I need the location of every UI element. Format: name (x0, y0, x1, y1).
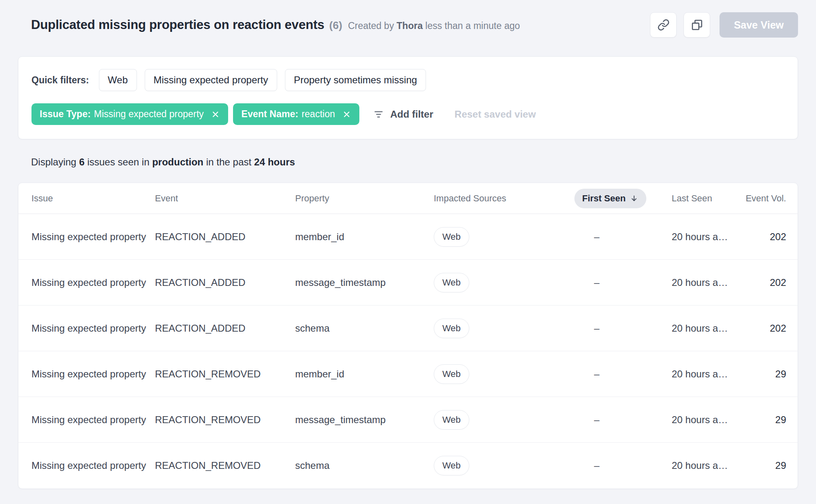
cell-event: REACTION_REMOVED (155, 460, 295, 471)
cell-event: REACTION_ADDED (155, 277, 295, 288)
cell-property: schema (295, 460, 434, 471)
cell-first-seen: – (569, 323, 654, 334)
column-header-impacted-sources[interactable]: Impacted Sources (434, 193, 569, 204)
cell-issue: Missing expected property (31, 414, 155, 426)
quick-filters-label: Quick filters: (31, 75, 89, 86)
table-row[interactable]: Missing expected property REACTION_REMOV… (18, 351, 798, 397)
table-row[interactable]: Missing expected property REACTION_ADDED… (18, 214, 798, 260)
table-row[interactable]: Missing expected property REACTION_REMOV… (18, 397, 798, 443)
cell-last-seen: 20 hours a… (654, 323, 734, 334)
cell-sources: Web (434, 319, 569, 338)
source-badge: Web (434, 273, 469, 292)
cell-issue: Missing expected property (31, 323, 155, 334)
page-title: Duplicated missing properties on reactio… (31, 18, 324, 32)
link-icon (657, 19, 670, 31)
filters-card: Quick filters: Web Missing expected prop… (18, 56, 798, 139)
source-badge: Web (434, 410, 469, 430)
cell-event-vol: 29 (734, 414, 786, 426)
header-actions: Save View (650, 12, 798, 38)
close-icon[interactable] (211, 110, 220, 119)
cell-issue: Missing expected property (31, 277, 155, 288)
cell-event: REACTION_ADDED (155, 231, 295, 243)
quick-filter-web[interactable]: Web (99, 69, 137, 91)
quick-filter-missing-expected-property[interactable]: Missing expected property (145, 69, 277, 91)
cell-event: REACTION_REMOVED (155, 368, 295, 380)
filter-pill-issue-type[interactable]: Issue Type: Missing expected property (31, 103, 228, 125)
summary-count: 6 (79, 156, 84, 167)
issue-count-badge: (6) (329, 19, 342, 32)
cell-sources: Web (434, 364, 569, 384)
cell-last-seen: 20 hours a… (654, 277, 734, 288)
summary-time-range: 24 hours (254, 156, 295, 167)
reset-saved-view-button[interactable]: Reset saved view (455, 109, 536, 120)
cell-property: member_id (295, 368, 434, 380)
quick-filters-row: Quick filters: Web Missing expected prop… (31, 69, 785, 91)
arrow-down-icon (630, 194, 639, 203)
column-header-issue[interactable]: Issue (31, 193, 155, 204)
cell-event-vol: 29 (734, 460, 786, 471)
close-icon[interactable] (342, 110, 351, 119)
cell-issue: Missing expected property (31, 460, 155, 471)
table-row[interactable]: Missing expected property REACTION_ADDED… (18, 306, 798, 351)
source-badge: Web (434, 227, 469, 247)
active-filters-row: Issue Type: Missing expected property Ev… (31, 103, 785, 125)
cell-first-seen: – (569, 414, 654, 426)
quick-filter-property-sometimes-missing[interactable]: Property sometimes missing (285, 69, 426, 91)
table-row[interactable]: Missing expected property REACTION_ADDED… (18, 260, 798, 306)
save-view-button[interactable]: Save View (720, 12, 798, 38)
filter-pill-value: reaction (302, 109, 335, 120)
cell-property: message_timestamp (295, 414, 434, 426)
cell-issue: Missing expected property (31, 231, 155, 243)
cell-first-seen: – (569, 231, 654, 243)
source-badge: Web (434, 364, 469, 384)
column-header-property[interactable]: Property (295, 193, 434, 204)
cell-last-seen: 20 hours a… (654, 414, 734, 426)
source-badge: Web (434, 456, 469, 475)
filter-pill-event-name[interactable]: Event Name: reaction (233, 103, 359, 125)
filter-pill-value: Missing expected property (94, 109, 204, 120)
cell-sources: Web (434, 227, 569, 247)
cell-event: REACTION_REMOVED (155, 414, 295, 426)
byline-author: Thora (397, 20, 423, 31)
cell-event-vol: 202 (734, 231, 786, 243)
cell-last-seen: 20 hours a… (654, 460, 734, 471)
share-link-button[interactable] (650, 12, 677, 38)
filter-pill-label: Issue Type: (40, 109, 91, 120)
title-group: Duplicated missing properties on reactio… (31, 18, 520, 32)
cell-first-seen: – (569, 368, 654, 380)
add-filter-label: Add filter (390, 109, 433, 120)
byline-prefix: Created by (348, 20, 397, 31)
cell-first-seen: – (569, 277, 654, 288)
copy-icon (691, 19, 703, 31)
cell-sources: Web (434, 410, 569, 430)
filter-pill-label: Event Name: (241, 109, 298, 120)
cell-sources: Web (434, 456, 569, 475)
issues-view-page: Duplicated missing properties on reactio… (0, 0, 816, 489)
summary-environment: production (152, 156, 203, 167)
column-header-first-seen: First Seen (569, 189, 654, 208)
results-summary: Displaying 6 issues seen in production i… (31, 156, 798, 168)
column-header-event[interactable]: Event (155, 193, 295, 204)
cell-last-seen: 20 hours a… (654, 368, 734, 380)
source-badge: Web (434, 319, 469, 338)
cell-last-seen: 20 hours a… (654, 231, 734, 243)
byline: Created by Thora less than a minute ago (348, 20, 520, 31)
filter-icon (373, 109, 384, 120)
copy-view-button[interactable] (684, 12, 710, 38)
cell-event-vol: 202 (734, 323, 786, 334)
cell-event: REACTION_ADDED (155, 323, 295, 334)
cell-property: message_timestamp (295, 277, 434, 288)
cell-first-seen: – (569, 460, 654, 471)
cell-event-vol: 29 (734, 368, 786, 380)
add-filter-button[interactable]: Add filter (373, 109, 433, 120)
cell-issue: Missing expected property (31, 368, 155, 380)
column-header-last-seen[interactable]: Last Seen (654, 193, 734, 204)
table-header-row: Issue Event Property Impacted Sources Fi… (18, 183, 798, 214)
first-seen-sort-button[interactable]: First Seen (574, 189, 646, 208)
table-row[interactable]: Missing expected property REACTION_REMOV… (18, 443, 798, 488)
issues-table: Issue Event Property Impacted Sources Fi… (18, 183, 798, 489)
cell-property: schema (295, 323, 434, 334)
page-header: Duplicated missing properties on reactio… (18, 11, 798, 38)
column-header-event-vol[interactable]: Event Vol. (734, 193, 786, 204)
cell-sources: Web (434, 273, 569, 292)
